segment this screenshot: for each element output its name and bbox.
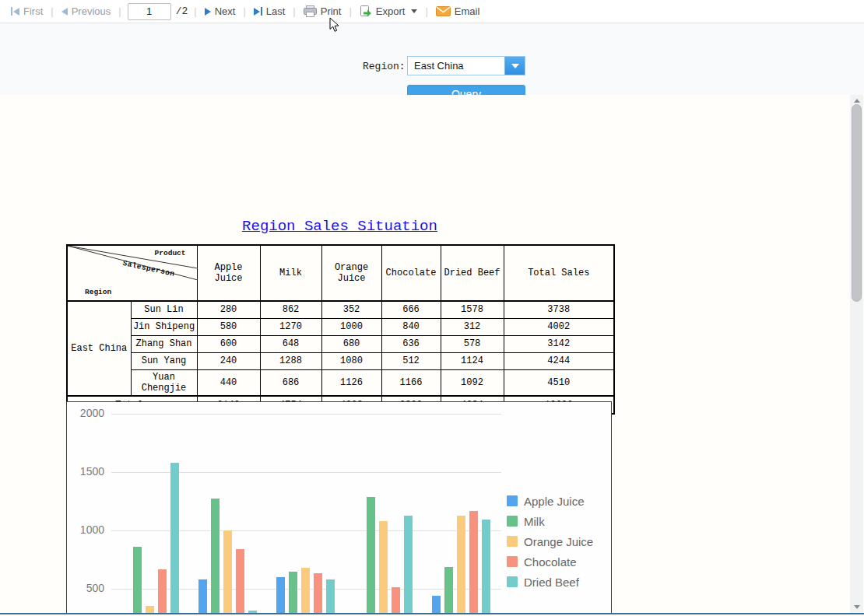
value-cell: 1124	[441, 352, 504, 369]
printer-icon	[304, 5, 317, 17]
legend-label: Milk	[524, 515, 545, 528]
region-cell: East China	[67, 301, 131, 396]
toolbar-separator: |	[240, 5, 248, 17]
column-header: Apple Juice	[197, 245, 260, 301]
column-header: Orange Juice	[321, 245, 381, 301]
table-row: Yuan Chengjie4406861126116610924510	[67, 369, 614, 396]
bar-dried-beef	[326, 579, 335, 613]
triangle-down-icon	[854, 605, 860, 609]
report-title: Region Sales Situation	[66, 218, 613, 235]
legend-item-milk[interactable]: Milk	[507, 511, 593, 531]
table-row: Zhang Shan6006486806365783142	[67, 335, 614, 352]
bar-chocolate	[392, 587, 400, 613]
salesperson-cell: Sun Lin	[131, 301, 197, 318]
toolbar-separator: |	[346, 5, 354, 17]
parameter-panel: Region: East China Query	[0, 23, 864, 95]
value-cell: 3142	[504, 335, 614, 352]
legend-item-apple-juice[interactable]: Apple Juice	[507, 491, 593, 511]
email-button[interactable]: Email	[431, 5, 485, 17]
email-label: Email	[455, 5, 480, 17]
toolbar-separator: |	[47, 5, 56, 17]
legend-swatch	[507, 495, 518, 506]
last-page-icon	[254, 7, 262, 16]
bar-dried-beef	[170, 463, 179, 613]
y-axis-tick-label: 1000	[72, 523, 104, 536]
region-dropdown[interactable]: East China	[407, 56, 525, 75]
value-cell: 1270	[260, 318, 321, 335]
first-page-button[interactable]: First	[6, 5, 47, 17]
last-page-button[interactable]: Last	[249, 5, 290, 17]
value-cell: 578	[441, 335, 504, 352]
salesperson-cell: Yuan Chengjie	[131, 369, 197, 396]
salesperson-cell: Jin Shipeng	[131, 318, 197, 335]
value-cell: 1578	[441, 301, 504, 318]
bar-milk	[367, 497, 375, 613]
bar-chocolate	[314, 573, 322, 613]
bar-apple-juice	[276, 577, 285, 613]
legend-swatch	[507, 556, 518, 567]
diagonal-header-cell: Product Salesperson Region	[67, 245, 197, 301]
value-cell: 1166	[381, 369, 441, 396]
legend-label: Orange Juice	[524, 535, 593, 548]
column-header: Dried Beef	[441, 245, 504, 301]
value-cell: 1126	[321, 369, 381, 396]
export-button[interactable]: Export	[355, 5, 423, 18]
scroll-down-button[interactable]	[850, 601, 863, 613]
sales-table: Product Salesperson Region Apple JuiceMi…	[66, 244, 615, 415]
scrollbar-thumb[interactable]	[852, 104, 862, 302]
value-cell: 4244	[504, 352, 614, 369]
page-number-input[interactable]	[128, 3, 171, 20]
value-cell: 4510	[504, 369, 614, 396]
table-row: East ChinaSun Lin28086235266615783738	[67, 301, 614, 318]
gridline	[111, 414, 501, 415]
report-page: Region Sales Situation Product Salespers…	[0, 95, 850, 613]
legend-swatch	[507, 576, 518, 587]
next-page-icon	[205, 8, 211, 16]
bar-chocolate	[236, 549, 244, 613]
last-page-label: Last	[266, 5, 286, 17]
toolbar-separator: |	[115, 5, 124, 17]
previous-page-label: Previous	[72, 5, 111, 17]
y-axis-tick-label: 2000	[72, 407, 104, 419]
first-page-icon	[11, 7, 19, 16]
legend-label: Chocolate	[524, 555, 577, 569]
previous-page-button[interactable]: Previous	[57, 5, 116, 17]
bar-chocolate	[158, 569, 167, 613]
export-icon	[360, 5, 372, 18]
triangle-up-icon	[854, 99, 860, 103]
legend-item-dried-beef[interactable]: Dried Beef	[507, 572, 593, 592]
table-row: Sun Yang2401288108051211244244	[67, 352, 614, 369]
value-cell: 4002	[504, 318, 614, 335]
print-button[interactable]: Print	[299, 5, 346, 17]
print-label: Print	[321, 5, 342, 17]
bar-milk	[444, 567, 453, 613]
value-cell: 840	[381, 318, 441, 335]
value-cell: 648	[260, 335, 321, 352]
region-dropdown-button[interactable]	[504, 57, 525, 75]
value-cell: 666	[381, 301, 441, 318]
bar-milk	[211, 499, 220, 613]
table-row: Jin Shipeng580127010008403124002	[67, 318, 614, 335]
legend-label: Dried Beef	[524, 576, 579, 589]
salesperson-cell: Zhang Shan	[131, 335, 197, 352]
column-header: Milk	[260, 245, 321, 301]
vertical-scrollbar[interactable]	[850, 95, 863, 613]
next-page-button[interactable]: Next	[200, 5, 241, 17]
corner-product-label: Product	[155, 248, 186, 259]
legend-item-orange-juice[interactable]: Orange Juice	[507, 531, 593, 551]
legend-item-chocolate[interactable]: Chocolate	[507, 551, 593, 572]
bar-orange-juice	[301, 568, 310, 613]
bar-dried-beef	[404, 516, 413, 613]
bar-orange-juice	[146, 606, 154, 613]
bar-milk	[289, 572, 297, 613]
value-cell: 1092	[441, 369, 504, 396]
value-cell: 240	[197, 352, 260, 369]
page-total-label: /2	[176, 5, 188, 17]
bar-apple-juice	[432, 596, 441, 613]
value-cell: 280	[197, 301, 260, 318]
previous-page-icon	[61, 8, 68, 16]
column-header: Total Sales	[504, 245, 614, 301]
region-label: Region:	[363, 61, 406, 72]
y-axis-tick-label: 500	[72, 582, 104, 594]
value-cell: 580	[197, 318, 260, 335]
